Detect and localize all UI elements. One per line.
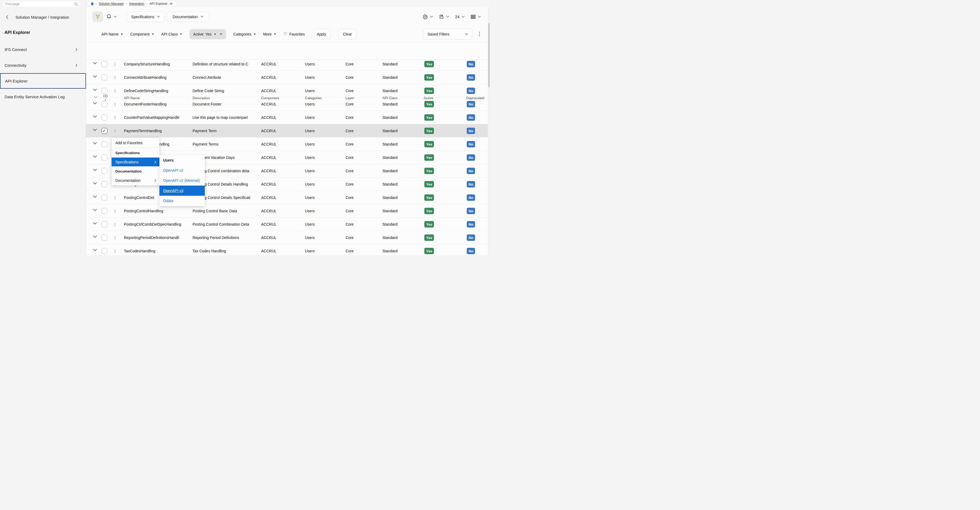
table-row[interactable]: ⋮CompanyStructureHandlingDefinition of s… bbox=[86, 60, 488, 71]
cell-categories: Users bbox=[305, 60, 315, 71]
row-checkbox[interactable] bbox=[102, 155, 107, 160]
row-checkbox[interactable] bbox=[102, 195, 107, 200]
row-checkbox[interactable] bbox=[102, 114, 107, 121]
row-kebab-menu[interactable]: ⋮ bbox=[113, 191, 117, 204]
row-checkbox[interactable] bbox=[102, 88, 107, 94]
filter-chip-api-class[interactable]: API Class▼ bbox=[161, 32, 182, 36]
row-expand-icon[interactable] bbox=[93, 222, 97, 224]
specifications-dropdown-button[interactable]: Specifications bbox=[127, 11, 164, 22]
table-row[interactable]: ⋮TaxCodesHandlingTax Codes HandlingACCRU… bbox=[86, 244, 488, 255]
filter-kebab-menu[interactable]: ⋮ bbox=[477, 31, 482, 37]
chip-label: More bbox=[263, 32, 272, 36]
row-expand-icon[interactable] bbox=[93, 62, 97, 64]
row-checkbox[interactable] bbox=[102, 168, 107, 174]
row-kebab-menu[interactable]: ⋮ bbox=[113, 218, 117, 231]
row-expand-icon[interactable] bbox=[93, 249, 97, 251]
density-dropdown[interactable] bbox=[471, 15, 481, 19]
row-checkbox[interactable] bbox=[102, 208, 107, 214]
table-row[interactable]: ⋮ReportingPeriodDefinitionsHandliReporti… bbox=[86, 231, 488, 244]
apply-button[interactable]: Apply bbox=[312, 29, 331, 39]
submenu-header-users: Users bbox=[159, 155, 205, 165]
filter-chip-categories[interactable]: Categories▼ bbox=[233, 32, 256, 36]
table-row[interactable]: ⋮PostingCtrlCombDetSpecHandlingPosting C… bbox=[86, 218, 488, 231]
sidebar-item-data-entity-service-activation-log[interactable]: Data Entity Service Activation Log bbox=[0, 91, 86, 102]
row-expand-icon[interactable] bbox=[93, 182, 97, 184]
table-row[interactable]: ⋮ConnectAttributeHandlingConnect Attribu… bbox=[86, 71, 488, 84]
caret-down-icon: ▼ bbox=[274, 33, 276, 35]
refresh-icon[interactable]: ⟳ bbox=[170, 2, 172, 6]
documentation-dropdown-button[interactable]: Documentation bbox=[167, 11, 209, 22]
row-checkbox[interactable] bbox=[102, 221, 107, 227]
menu-item-specifications[interactable]: Specifications bbox=[111, 157, 159, 166]
row-checkbox[interactable] bbox=[102, 75, 107, 80]
row-expand-icon[interactable] bbox=[93, 235, 97, 238]
vertical-scrollbar[interactable] bbox=[488, 7, 490, 255]
table-row[interactable]: ⋮PostingControlDetg Control Details Spec… bbox=[86, 191, 488, 204]
row-checkbox[interactable] bbox=[102, 101, 107, 107]
search-input[interactable] bbox=[5, 2, 74, 6]
row-kebab-menu[interactable]: ⋮ bbox=[113, 60, 117, 71]
row-kebab-menu[interactable]: ⋮ bbox=[113, 97, 117, 111]
row-expand-icon[interactable] bbox=[93, 75, 97, 78]
filter-chip-component[interactable]: Component▼ bbox=[130, 32, 154, 36]
cell-layer: Core bbox=[345, 218, 353, 231]
favorites-filter-button[interactable]: ♡Favorites bbox=[283, 32, 305, 37]
filter-toggle-button[interactable] bbox=[92, 11, 103, 22]
table-row[interactable]: ⋮PostingControlHandlingPosting Control B… bbox=[86, 204, 488, 218]
row-checkbox[interactable] bbox=[102, 235, 107, 241]
saved-filters-dropdown[interactable]: Saved Filters bbox=[423, 29, 473, 40]
filter-chip-active-yes[interactable]: Active: Yes▼× bbox=[189, 29, 226, 39]
breadcrumb-link[interactable]: Solution Manager bbox=[99, 2, 124, 6]
back-icon[interactable] bbox=[6, 15, 13, 19]
sidebar-item-connectivity[interactable]: Connectivity bbox=[0, 60, 86, 70]
table-row[interactable]: ⋮CounterPartValueMappingHandlirUse this … bbox=[86, 111, 488, 124]
row-kebab-menu[interactable]: ⋮ bbox=[113, 204, 117, 218]
row-checkbox[interactable] bbox=[102, 61, 107, 67]
row-expand-icon[interactable] bbox=[93, 156, 97, 158]
row-kebab-menu[interactable]: ⋮ bbox=[113, 111, 117, 124]
row-kebab-menu[interactable]: ⋮ bbox=[113, 231, 117, 244]
row-kebab-menu[interactable]: ⋮ bbox=[113, 244, 117, 255]
submenu-link-openapi-v2-minimal[interactable]: OpenAPI v2 (Minimal) bbox=[159, 175, 205, 186]
api-explorer-app: Solution Manager / Integration API Explo… bbox=[0, 0, 490, 255]
row-expand-icon[interactable] bbox=[93, 89, 97, 91]
share-dropdown[interactable] bbox=[439, 14, 449, 19]
row-expand-icon[interactable] bbox=[93, 142, 97, 145]
table-header: (1) ✓ API NameDescriptionComponentCatego… bbox=[86, 43, 488, 60]
row-expand-icon[interactable] bbox=[93, 129, 97, 131]
submenu-link-odata[interactable]: Odata bbox=[159, 196, 205, 206]
row-checkbox[interactable] bbox=[102, 128, 107, 134]
sidebar-item-api-explorer[interactable]: API Explorer bbox=[0, 73, 86, 89]
cell-component: ACCRUL bbox=[261, 84, 277, 97]
table-row[interactable]: ⋮PaymentTermHandlingPayment TermACCRULUs… bbox=[86, 124, 488, 138]
row-checkbox[interactable] bbox=[102, 181, 107, 187]
filter-chip-more[interactable]: More▼ bbox=[263, 32, 276, 36]
row-kebab-menu[interactable]: ⋮ bbox=[113, 71, 117, 84]
close-icon[interactable]: × bbox=[220, 32, 223, 37]
row-expand-icon[interactable] bbox=[93, 102, 97, 105]
row-kebab-menu[interactable]: ⋮ bbox=[113, 124, 117, 138]
table-row[interactable]: ⋮DocumentFooterHandlingDocument FooterAC… bbox=[86, 97, 488, 111]
submenu-link-openapi-v3[interactable]: OpenAPI v3 bbox=[159, 186, 205, 196]
breadcrumb-link[interactable]: Integration bbox=[129, 2, 144, 6]
scrollbar-thumb[interactable] bbox=[488, 23, 490, 87]
menu-item-documentation[interactable]: Documentation bbox=[111, 176, 159, 185]
sidebar-item-ifs-connect[interactable]: IFS Connect bbox=[0, 44, 86, 55]
status-dot bbox=[91, 2, 94, 5]
settings-dropdown[interactable] bbox=[423, 14, 433, 19]
row-expand-icon[interactable] bbox=[93, 209, 97, 211]
submenu-link-openapi-v2[interactable]: OpenAPI v2 bbox=[159, 165, 205, 175]
sidebar-search[interactable] bbox=[3, 2, 81, 7]
row-expand-icon[interactable] bbox=[93, 195, 97, 198]
row-checkbox[interactable] bbox=[102, 141, 107, 147]
page-size-dropdown[interactable]: 24 bbox=[455, 14, 465, 19]
clear-button[interactable]: Clear bbox=[338, 29, 356, 39]
row-expand-icon[interactable] bbox=[93, 115, 97, 118]
row-expand-icon[interactable] bbox=[93, 169, 97, 171]
row-checkbox[interactable] bbox=[102, 248, 107, 254]
row-kebab-menu[interactable]: ⋮ bbox=[113, 84, 117, 97]
menu-item-add-to-favorites[interactable]: Add to Favorites bbox=[111, 138, 159, 148]
notifications-button[interactable] bbox=[106, 11, 117, 22]
filter-chip-api-name[interactable]: API Name▼ bbox=[102, 32, 123, 36]
table-row[interactable]: ⋮DefineCodeStringHandlingDefine Code Str… bbox=[86, 84, 488, 97]
